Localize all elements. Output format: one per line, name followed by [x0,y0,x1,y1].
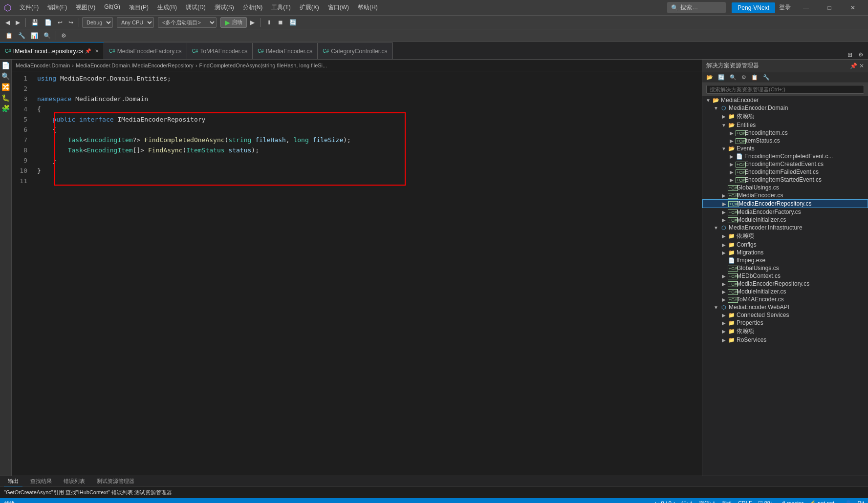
tree-item-23[interactable]: ▶+C#MediaEncoderRepository.cs [702,280,868,288]
activity-icon-3[interactable]: 🔀 [1,83,10,91]
platform-select[interactable]: Any CPU [117,17,154,28]
tree-item-12[interactable]: ▶+C#IMediaEncoder.cs [702,191,868,199]
tree-item-22[interactable]: ▶+C#MEDbContext.cs [702,272,868,280]
menu-item-0[interactable]: 文件(F) [16,1,43,14]
activity-icon-4[interactable]: 🐛 [1,94,10,102]
toolbar2-btn3[interactable]: 📊 [28,31,41,40]
tree-item-11[interactable]: +C#GlobalUsings.cs [702,184,868,191]
tree-item-5[interactable]: ▶+C#ItemStatus.cs [702,137,868,145]
output-tab-errorlist[interactable]: 错误列表 [60,477,89,486]
debug-config-select[interactable]: Debug [82,17,113,28]
menu-item-8[interactable]: 分析(N) [239,1,267,14]
user-text[interactable]: 登录 [779,3,791,12]
search-box[interactable]: 🔍 搜索… [667,2,726,13]
toolbar2-btn4[interactable]: 🔍 [41,31,53,40]
tree-item-15[interactable]: ▶+C#ModuleInitializer.cs [702,216,868,224]
tab-tom4aencoder[interactable]: C# ToM4AEncoder.cs [187,42,253,59]
se-pin-button[interactable]: 📌 [850,63,857,69]
tree-item-16[interactable]: ▼⬡MediaEncoder.Infrastructure [702,224,868,231]
pause-button[interactable]: ⏸ [263,18,274,27]
nav-back-button[interactable]: ◀ [3,18,12,27]
save-button[interactable]: 💾 [29,18,41,27]
activity-icon-5[interactable]: 🧩 [1,105,10,112]
minimize-button[interactable]: — [795,0,817,16]
tab-split-icon[interactable]: ⊞ [845,50,855,59]
tree-item-9[interactable]: ▶+C#EncodingItemFailedEvent.cs [702,168,868,176]
tab-mediaencoderfactory[interactable]: C# MediaEncoderFactory.cs [104,42,187,59]
toolbar2-btn1[interactable]: 📋 [3,31,15,40]
tree-item-18[interactable]: ▶📁Configs [702,241,868,249]
tree-item-13[interactable]: ▶+C#IMediaEncoderRepository.cs [702,199,868,208]
se-toolbar-btn4[interactable]: ⚙ [739,73,748,82]
tree-arrow-27: ▶ [720,313,728,318]
menu-item-10[interactable]: 扩展(X) [296,1,323,14]
tree-item-28[interactable]: ▶📁Properties [702,319,868,327]
tree-item-19[interactable]: ▶📁Migrations [702,249,868,256]
menu-item-4[interactable]: 项目(P) [125,1,152,14]
tree-item-10[interactable]: ▶+C#EncodingItemStartedEvent.cs [702,176,868,184]
startup-project-select[interactable]: <多个启动项目> [158,17,217,28]
tree-item-6[interactable]: ▼📂Events [702,145,868,152]
tree-item-8[interactable]: ▶+C#EncodingItemCreatedEvent.cs [702,160,868,168]
close-button[interactable]: ✕ [842,0,864,16]
toolbar2-btn2[interactable]: 🔧 [16,31,28,40]
toolbar2-btn5[interactable]: ⚙ [59,31,69,40]
se-toolbar-btn1[interactable]: 📂 [704,73,715,82]
menu-item-3[interactable]: Git(G) [100,1,124,14]
menu-item-2[interactable]: 视图(V) [72,1,99,14]
tree-item-20[interactable]: 📄ffmpeg.exe [702,256,868,264]
activity-icon-1[interactable]: 📄 [1,62,10,69]
tree-item-2[interactable]: ▶📁依赖项 [702,112,868,121]
run-button[interactable]: ▶ 启动 [220,17,247,28]
menu-item-1[interactable]: 编辑(E) [43,1,71,14]
se-toolbar-btn6[interactable]: 🔧 [761,73,772,82]
activity-icon-2[interactable]: 🔍 [1,72,10,80]
menu-item-5[interactable]: 生成(B) [153,1,181,14]
tree-item-26[interactable]: ▼⬡MediaEncoder.WebAPI [702,303,868,311]
tree-item-24[interactable]: ▶+C#ModuleInitializer.cs [702,288,868,295]
se-toolbar-btn3[interactable]: 🔍 [728,73,738,82]
tab-imediaencoder[interactable]: C# IMediaEncoder.cs [253,42,318,59]
tree-item-27[interactable]: ▶📁Connected Services [702,311,868,319]
se-toolbar-btn5[interactable]: 📋 [749,73,760,82]
redo-button[interactable]: ↪ [66,18,76,27]
solution-explorer-tree[interactable]: ▼📂MediaEncoder▼⬡MediaEncoder.Domain▶📁依赖项… [702,96,868,476]
tree-node-icon-23: +C# [728,281,736,287]
tree-item-14[interactable]: ▶+C#MediaEncoderFactory.cs [702,208,868,216]
nav-forward-button[interactable]: ▶ [13,18,22,27]
tree-item-25[interactable]: ▶+C#ToM4AEncoder.cs [702,295,868,303]
tree-item-29[interactable]: ▶📁依赖项 [702,327,868,336]
tab-imediaencoderrepository[interactable]: C# IMediaEncod...epository.cs 📌 ✕ [0,42,104,59]
menu-item-11[interactable]: 窗口(W) [324,1,353,14]
output-tab-output[interactable]: 输出 [4,477,22,486]
stop-button[interactable]: ⏹ [275,18,286,27]
tree-item-30[interactable]: ▶📁RoServices [702,336,868,344]
solution-explorer-search-input[interactable] [706,85,864,94]
maximize-button[interactable]: □ [818,0,841,16]
tree-item-4[interactable]: ▶+C#EncodingItem.cs [702,129,868,137]
save-all-button[interactable]: 📄 [42,18,54,27]
tree-item-3[interactable]: ▼📂Entities [702,121,868,129]
se-close-button[interactable]: ✕ [859,63,864,69]
menu-item-6[interactable]: 调试(D) [182,1,210,14]
tab-categorycontroller[interactable]: C# CategoryController.cs [318,42,392,59]
output-tab-findresults[interactable]: 查找结果 [26,477,56,486]
tree-node-icon-0: 📂 [712,97,720,104]
tab-more-icon[interactable]: ⚙ [856,50,866,59]
restart-button[interactable]: 🔄 [287,18,299,27]
attach-button[interactable]: ▶ [248,18,257,27]
code-editor[interactable]: 1234567891011 using MediaEncoder.Domain.… [12,71,702,476]
menu-item-12[interactable]: 帮助(H) [354,1,382,14]
menu-item-9[interactable]: 工具(T) [267,1,294,14]
tree-item-17[interactable]: ▶📁依赖项 [702,231,868,241]
undo-button[interactable]: ↩ [55,18,65,27]
tree-item-21[interactable]: +C#GlobalUsings.cs [702,264,868,272]
tree-item-1[interactable]: ▼⬡MediaEncoder.Domain [702,104,868,112]
tree-item-0[interactable]: ▼📂MediaEncoder [702,96,868,104]
code-lines[interactable]: using MediaEncoder.Domain.Entities; name… [31,71,702,476]
se-toolbar-btn2[interactable]: 🔄 [716,73,727,82]
tree-item-7[interactable]: ▶📄EncodingItemCompletedEvent.c... [702,152,868,160]
output-tab-testexplorer[interactable]: 测试资源管理器 [93,477,138,486]
menu-item-7[interactable]: 测试(S) [211,1,238,14]
tab-close-0[interactable]: ✕ [95,48,99,54]
